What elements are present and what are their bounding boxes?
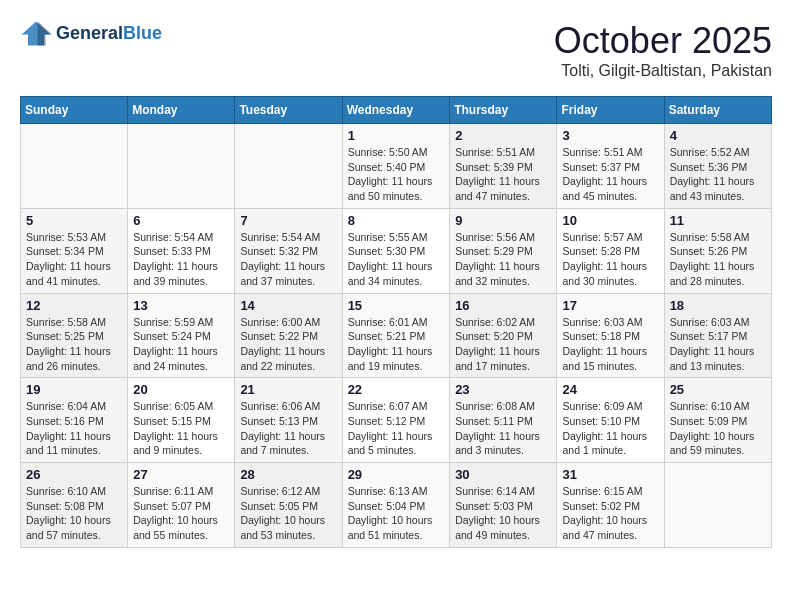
day-detail: Sunrise: 6:02 AMSunset: 5:20 PMDaylight:…	[455, 315, 551, 374]
day-cell: 29Sunrise: 6:13 AMSunset: 5:04 PMDayligh…	[342, 463, 450, 548]
calendar-table: SundayMondayTuesdayWednesdayThursdayFrid…	[20, 96, 772, 548]
day-cell: 10Sunrise: 5:57 AMSunset: 5:28 PMDayligh…	[557, 208, 664, 293]
day-cell: 11Sunrise: 5:58 AMSunset: 5:26 PMDayligh…	[664, 208, 771, 293]
day-detail: Sunrise: 6:10 AMSunset: 5:09 PMDaylight:…	[670, 399, 766, 458]
day-cell: 5Sunrise: 5:53 AMSunset: 5:34 PMDaylight…	[21, 208, 128, 293]
day-cell	[128, 124, 235, 209]
day-cell: 6Sunrise: 5:54 AMSunset: 5:33 PMDaylight…	[128, 208, 235, 293]
day-number: 20	[133, 382, 229, 397]
day-detail: Sunrise: 5:53 AMSunset: 5:34 PMDaylight:…	[26, 230, 122, 289]
day-number: 9	[455, 213, 551, 228]
day-number: 23	[455, 382, 551, 397]
day-number: 12	[26, 298, 122, 313]
day-number: 7	[240, 213, 336, 228]
day-cell: 15Sunrise: 6:01 AMSunset: 5:21 PMDayligh…	[342, 293, 450, 378]
logo-general: GeneralBlue	[56, 24, 162, 44]
day-cell: 4Sunrise: 5:52 AMSunset: 5:36 PMDaylight…	[664, 124, 771, 209]
day-detail: Sunrise: 6:03 AMSunset: 5:18 PMDaylight:…	[562, 315, 658, 374]
day-number: 11	[670, 213, 766, 228]
day-number: 25	[670, 382, 766, 397]
day-number: 22	[348, 382, 445, 397]
day-number: 13	[133, 298, 229, 313]
day-number: 24	[562, 382, 658, 397]
day-cell: 20Sunrise: 6:05 AMSunset: 5:15 PMDayligh…	[128, 378, 235, 463]
page-header: GeneralBlue October 2025 Tolti, Gilgit-B…	[20, 20, 772, 80]
day-cell: 24Sunrise: 6:09 AMSunset: 5:10 PMDayligh…	[557, 378, 664, 463]
day-detail: Sunrise: 6:11 AMSunset: 5:07 PMDaylight:…	[133, 484, 229, 543]
location: Tolti, Gilgit-Baltistan, Pakistan	[554, 62, 772, 80]
day-number: 21	[240, 382, 336, 397]
day-number: 6	[133, 213, 229, 228]
day-cell: 14Sunrise: 6:00 AMSunset: 5:22 PMDayligh…	[235, 293, 342, 378]
day-number: 29	[348, 467, 445, 482]
week-row-2: 5Sunrise: 5:53 AMSunset: 5:34 PMDaylight…	[21, 208, 772, 293]
day-number: 16	[455, 298, 551, 313]
day-detail: Sunrise: 6:08 AMSunset: 5:11 PMDaylight:…	[455, 399, 551, 458]
day-number: 27	[133, 467, 229, 482]
day-detail: Sunrise: 5:55 AMSunset: 5:30 PMDaylight:…	[348, 230, 445, 289]
day-number: 5	[26, 213, 122, 228]
day-number: 10	[562, 213, 658, 228]
day-number: 28	[240, 467, 336, 482]
day-cell: 16Sunrise: 6:02 AMSunset: 5:20 PMDayligh…	[450, 293, 557, 378]
week-row-1: 1Sunrise: 5:50 AMSunset: 5:40 PMDaylight…	[21, 124, 772, 209]
day-number: 14	[240, 298, 336, 313]
day-number: 18	[670, 298, 766, 313]
day-header-thursday: Thursday	[450, 97, 557, 124]
day-detail: Sunrise: 6:05 AMSunset: 5:15 PMDaylight:…	[133, 399, 229, 458]
day-cell: 19Sunrise: 6:04 AMSunset: 5:16 PMDayligh…	[21, 378, 128, 463]
day-detail: Sunrise: 6:14 AMSunset: 5:03 PMDaylight:…	[455, 484, 551, 543]
day-detail: Sunrise: 5:58 AMSunset: 5:25 PMDaylight:…	[26, 315, 122, 374]
day-detail: Sunrise: 5:52 AMSunset: 5:36 PMDaylight:…	[670, 145, 766, 204]
day-detail: Sunrise: 5:59 AMSunset: 5:24 PMDaylight:…	[133, 315, 229, 374]
day-detail: Sunrise: 5:50 AMSunset: 5:40 PMDaylight:…	[348, 145, 445, 204]
day-number: 15	[348, 298, 445, 313]
day-number: 30	[455, 467, 551, 482]
calendar-header-row: SundayMondayTuesdayWednesdayThursdayFrid…	[21, 97, 772, 124]
day-cell: 7Sunrise: 5:54 AMSunset: 5:32 PMDaylight…	[235, 208, 342, 293]
day-detail: Sunrise: 6:04 AMSunset: 5:16 PMDaylight:…	[26, 399, 122, 458]
day-detail: Sunrise: 6:06 AMSunset: 5:13 PMDaylight:…	[240, 399, 336, 458]
day-cell: 31Sunrise: 6:15 AMSunset: 5:02 PMDayligh…	[557, 463, 664, 548]
day-cell: 27Sunrise: 6:11 AMSunset: 5:07 PMDayligh…	[128, 463, 235, 548]
day-cell: 18Sunrise: 6:03 AMSunset: 5:17 PMDayligh…	[664, 293, 771, 378]
day-cell	[21, 124, 128, 209]
day-cell: 13Sunrise: 5:59 AMSunset: 5:24 PMDayligh…	[128, 293, 235, 378]
day-header-monday: Monday	[128, 97, 235, 124]
day-number: 31	[562, 467, 658, 482]
day-detail: Sunrise: 5:54 AMSunset: 5:33 PMDaylight:…	[133, 230, 229, 289]
day-detail: Sunrise: 5:57 AMSunset: 5:28 PMDaylight:…	[562, 230, 658, 289]
day-number: 26	[26, 467, 122, 482]
day-detail: Sunrise: 5:56 AMSunset: 5:29 PMDaylight:…	[455, 230, 551, 289]
day-cell: 12Sunrise: 5:58 AMSunset: 5:25 PMDayligh…	[21, 293, 128, 378]
day-detail: Sunrise: 6:12 AMSunset: 5:05 PMDaylight:…	[240, 484, 336, 543]
day-detail: Sunrise: 6:15 AMSunset: 5:02 PMDaylight:…	[562, 484, 658, 543]
day-number: 1	[348, 128, 445, 143]
month-title: October 2025	[554, 20, 772, 62]
day-cell: 8Sunrise: 5:55 AMSunset: 5:30 PMDaylight…	[342, 208, 450, 293]
day-cell: 25Sunrise: 6:10 AMSunset: 5:09 PMDayligh…	[664, 378, 771, 463]
day-cell	[235, 124, 342, 209]
day-detail: Sunrise: 6:00 AMSunset: 5:22 PMDaylight:…	[240, 315, 336, 374]
day-detail: Sunrise: 5:58 AMSunset: 5:26 PMDaylight:…	[670, 230, 766, 289]
day-cell: 26Sunrise: 6:10 AMSunset: 5:08 PMDayligh…	[21, 463, 128, 548]
day-header-saturday: Saturday	[664, 97, 771, 124]
day-detail: Sunrise: 5:54 AMSunset: 5:32 PMDaylight:…	[240, 230, 336, 289]
title-section: October 2025 Tolti, Gilgit-Baltistan, Pa…	[554, 20, 772, 80]
day-number: 4	[670, 128, 766, 143]
day-cell: 23Sunrise: 6:08 AMSunset: 5:11 PMDayligh…	[450, 378, 557, 463]
day-detail: Sunrise: 6:13 AMSunset: 5:04 PMDaylight:…	[348, 484, 445, 543]
day-header-tuesday: Tuesday	[235, 97, 342, 124]
day-number: 2	[455, 128, 551, 143]
logo: GeneralBlue	[20, 20, 162, 48]
day-number: 19	[26, 382, 122, 397]
week-row-3: 12Sunrise: 5:58 AMSunset: 5:25 PMDayligh…	[21, 293, 772, 378]
day-cell: 17Sunrise: 6:03 AMSunset: 5:18 PMDayligh…	[557, 293, 664, 378]
day-detail: Sunrise: 6:07 AMSunset: 5:12 PMDaylight:…	[348, 399, 445, 458]
day-cell: 21Sunrise: 6:06 AMSunset: 5:13 PMDayligh…	[235, 378, 342, 463]
day-cell: 22Sunrise: 6:07 AMSunset: 5:12 PMDayligh…	[342, 378, 450, 463]
day-header-wednesday: Wednesday	[342, 97, 450, 124]
day-detail: Sunrise: 6:09 AMSunset: 5:10 PMDaylight:…	[562, 399, 658, 458]
day-cell: 9Sunrise: 5:56 AMSunset: 5:29 PMDaylight…	[450, 208, 557, 293]
day-cell: 1Sunrise: 5:50 AMSunset: 5:40 PMDaylight…	[342, 124, 450, 209]
